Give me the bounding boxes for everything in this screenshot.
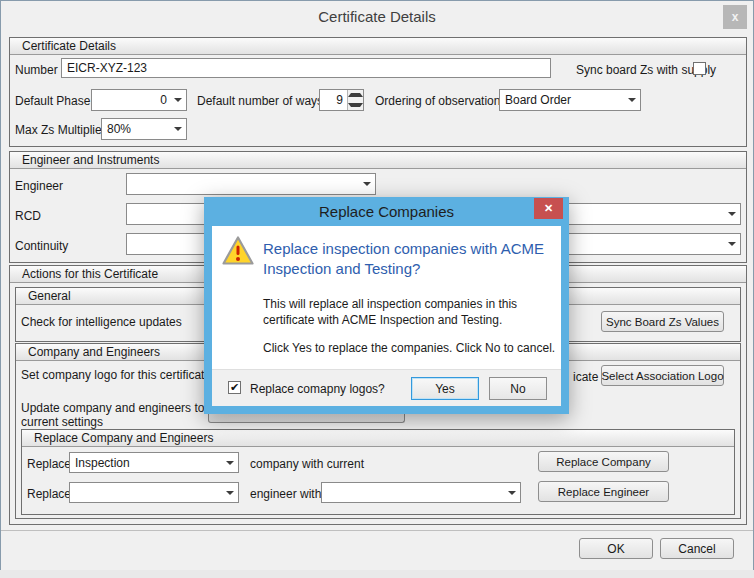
sync-board-zs-button[interactable]: Sync Board Zs Values bbox=[601, 311, 724, 332]
check-icon: ✔ bbox=[230, 382, 239, 393]
replace-companies-dialog: Replace Companies ✕ Replace inspection c… bbox=[204, 197, 569, 414]
engineer-instruments-group-header: Engineer and Instruments bbox=[10, 152, 746, 169]
spinner-down-icon[interactable] bbox=[348, 100, 363, 110]
company-with-current-label: company with current bbox=[250, 457, 364, 471]
warning-icon bbox=[222, 235, 254, 267]
spinner-up-icon[interactable] bbox=[348, 90, 363, 100]
replace-company-row-label: Replace bbox=[27, 457, 71, 471]
modal-content: Replace inspection companies with ACME I… bbox=[212, 226, 561, 406]
max-zs-combo[interactable]: 80% bbox=[101, 118, 187, 140]
close-icon: ✕ bbox=[544, 202, 553, 215]
chevron-down-icon bbox=[222, 491, 238, 495]
cancel-button[interactable]: Cancel bbox=[660, 538, 734, 559]
replace-logos-label: Replace comapny logos? bbox=[250, 382, 385, 396]
update-company-engineers-button[interactable] bbox=[208, 413, 405, 423]
intelligence-updates-label: Check for intelligence updates bbox=[21, 315, 182, 329]
chevron-down-icon bbox=[222, 461, 238, 465]
ok-button[interactable]: OK bbox=[579, 538, 653, 559]
modal-heading: Replace inspection companies with ACME I… bbox=[263, 239, 558, 279]
default-phase-label: Default Phase bbox=[15, 94, 90, 108]
engineer-with-label: engineer with bbox=[250, 487, 321, 501]
ways-stepper[interactable]: 9 bbox=[319, 89, 364, 111]
window-close-button[interactable]: x bbox=[723, 5, 747, 29]
modal-close-button[interactable]: ✕ bbox=[534, 198, 563, 219]
engineer-combo[interactable] bbox=[126, 173, 376, 195]
certificate-details-window: Certificate Details x Certificate Detail… bbox=[0, 0, 754, 570]
chevron-down-icon bbox=[170, 127, 186, 131]
replace-logos-checkbox[interactable]: ✔ bbox=[228, 381, 241, 394]
replace-group-header: Replace Company and Engineers bbox=[22, 430, 734, 447]
yes-button[interactable]: Yes bbox=[411, 377, 479, 400]
replace-engineer-from-combo[interactable] bbox=[69, 482, 239, 503]
engineer-label: Engineer bbox=[15, 179, 63, 193]
ordering-label: Ordering of observations bbox=[375, 94, 506, 108]
chevron-down-icon bbox=[359, 182, 375, 186]
number-label: Number bbox=[15, 63, 58, 77]
modal-body-text: This will replace all inspection compani… bbox=[263, 296, 563, 328]
replace-company-combo[interactable]: Inspection bbox=[69, 452, 239, 473]
replace-engineer-button[interactable]: Replace Engineer bbox=[538, 481, 669, 502]
replace-engineer-row-label: Replace bbox=[27, 487, 71, 501]
window-title: Certificate Details bbox=[1, 8, 753, 25]
set-company-logo-label: Set company logo for this certificate bbox=[21, 368, 211, 382]
continuity-label: Continuity bbox=[15, 239, 68, 253]
close-icon: x bbox=[732, 10, 739, 24]
certificate-details-group-header: Certificate Details bbox=[10, 38, 746, 55]
chevron-down-icon bbox=[504, 491, 520, 495]
chevron-down-icon bbox=[724, 242, 740, 246]
modal-footer: ✔ Replace comapny logos? Yes No bbox=[212, 369, 561, 406]
replace-engineer-to-combo[interactable] bbox=[321, 482, 521, 503]
select-association-logo-button[interactable]: Select Association Logo bbox=[601, 365, 724, 386]
ways-label: Default number of ways bbox=[197, 94, 323, 108]
chevron-down-icon bbox=[624, 98, 640, 102]
ordering-combo[interactable]: Board Order bbox=[499, 89, 641, 111]
number-input[interactable]: EICR-XYZ-123 bbox=[61, 58, 551, 78]
chevron-down-icon bbox=[170, 98, 186, 102]
rcd-label: RCD bbox=[15, 209, 41, 223]
replace-company-button[interactable]: Replace Company bbox=[538, 451, 669, 472]
modal-title: Replace Companies bbox=[204, 197, 569, 226]
no-button[interactable]: No bbox=[489, 377, 547, 400]
max-zs-label: Max Zs Multiplier bbox=[15, 123, 106, 137]
modal-instruction-text: Click Yes to replace the companies. Clic… bbox=[263, 340, 573, 356]
update-company-label: Update company and engineers to current … bbox=[21, 401, 204, 429]
sync-supply-checkbox[interactable] bbox=[693, 62, 706, 75]
association-logo-label-fragment: icate bbox=[573, 370, 598, 384]
chevron-down-icon bbox=[724, 212, 740, 216]
default-phase-combo[interactable]: 0 bbox=[91, 89, 187, 111]
